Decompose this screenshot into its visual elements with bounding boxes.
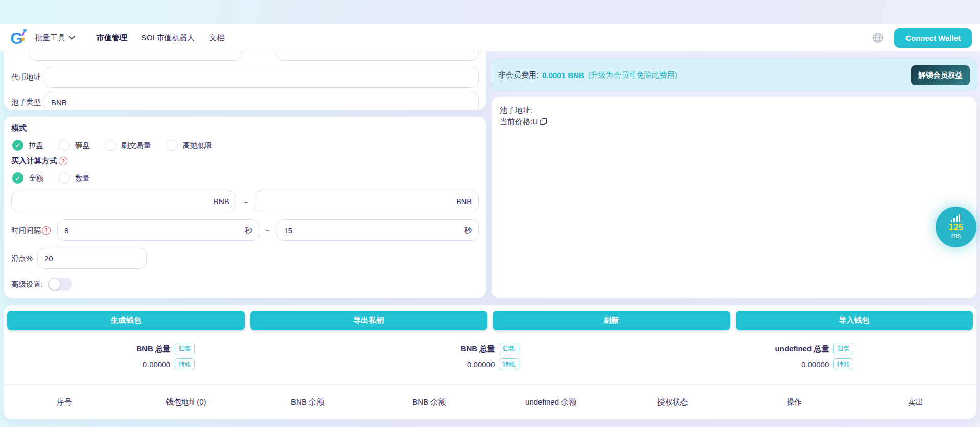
amount-min-field: BNB xyxy=(11,191,236,212)
strategy-form-card: 模式 ✓ 拉盘 砸盘 刷交易量 高抛低吸 xyxy=(4,116,486,298)
nav-links: 市值管理 SOL市值机器人 文档 xyxy=(96,33,225,43)
pool-type-input[interactable] xyxy=(44,92,479,110)
clipped-input-left[interactable] xyxy=(29,51,242,61)
checkbox-checked-icon[interactable]: ✓ xyxy=(12,172,23,184)
buy-calc-title: 买入计算方式 xyxy=(11,156,57,166)
app-logo-icon[interactable]: G xyxy=(8,28,28,47)
wallet-table-header: 序号 钱包地址(0) BNB 余额 BNB 余额 undefined 余额 授权… xyxy=(4,384,976,420)
fee-note: (升级为会员可免除此费用) xyxy=(588,70,677,80)
buy-calc-option-amount[interactable]: ✓ 金额 xyxy=(12,172,43,184)
total-group-undefined: undefined 总量 归集 0.00000 转账 xyxy=(652,343,976,370)
mode-option-label: 刷交易量 xyxy=(121,141,151,150)
checkbox-unchecked-icon[interactable] xyxy=(59,140,70,151)
checkbox-unchecked-icon[interactable] xyxy=(166,140,178,151)
fee-amount: 0.0001 BNB xyxy=(542,71,584,80)
total-group-bnb-2: BNB 总量 归集 0.00000 转账 xyxy=(328,343,652,370)
col-wallet-address: 钱包地址(0) xyxy=(125,397,247,407)
fee-banner: 非会员费用: 0.0001 BNB (升级为会员可免除此费用) 解锁会员权益 xyxy=(492,60,976,90)
token-address-input[interactable] xyxy=(44,67,479,88)
buy-calc-help-icon[interactable]: ? xyxy=(59,157,67,165)
total-label: undefined 总量 xyxy=(775,344,829,354)
pool-info-card: 池子地址: 当前价格:U xyxy=(492,97,976,298)
checkbox-unchecked-icon[interactable] xyxy=(105,140,116,151)
copy-icon[interactable] xyxy=(540,118,547,125)
unlock-membership-button[interactable]: 解锁会员权益 xyxy=(911,65,970,85)
mode-option-dump[interactable]: 砸盘 xyxy=(59,140,90,151)
export-private-key-button[interactable]: 导出私钥 xyxy=(250,311,488,330)
amount-min-unit: BNB xyxy=(214,197,229,206)
range-separator: ~ xyxy=(243,197,248,206)
interval-max-unit: 秒 xyxy=(464,225,472,235)
mode-title: 模式 xyxy=(11,123,479,133)
total-value: 0.00000 xyxy=(461,360,495,369)
collect-button[interactable]: 归集 xyxy=(833,343,853,355)
nav-item-docs[interactable]: 文档 xyxy=(209,33,225,43)
slippage-input[interactable] xyxy=(37,248,147,269)
mode-option-pump[interactable]: ✓ 拉盘 xyxy=(12,140,43,151)
pool-type-label: 池子类型 xyxy=(11,97,44,107)
interval-label: 时间间隔 xyxy=(11,225,41,235)
fee-prefix-label: 非会员费用: xyxy=(498,70,538,80)
transfer-button[interactable]: 转账 xyxy=(499,358,519,370)
mode-option-label: 高抛低吸 xyxy=(183,141,212,150)
buy-calc-option-quantity[interactable]: 数量 xyxy=(59,172,90,184)
interval-min-input[interactable] xyxy=(64,226,244,235)
transfer-button[interactable]: 转账 xyxy=(175,358,195,370)
checkbox-unchecked-icon[interactable] xyxy=(59,172,70,184)
total-group-bnb-1: BNB 总量 归集 0.00000 转账 xyxy=(4,343,328,370)
total-value: 0.00000 xyxy=(136,360,170,369)
col-bnb-balance-2: BNB 余额 xyxy=(369,397,490,407)
pool-address-line: 池子地址: xyxy=(500,104,968,116)
language-globe-icon[interactable] xyxy=(872,32,884,44)
col-approve-status: 授权状态 xyxy=(611,397,733,407)
total-label: BNB 总量 xyxy=(461,344,495,354)
interval-max-input[interactable] xyxy=(284,226,464,235)
clipped-input-right[interactable] xyxy=(276,51,479,61)
amount-max-field: BNB xyxy=(254,191,479,212)
svg-text:G: G xyxy=(10,29,23,47)
navbar: G 批量工具 市值管理 SOL市值机器人 文档 Connect Wallet xyxy=(0,24,980,51)
wallet-panel-card: 生成钱包 导出私钥 刷新 导入钱包 BNB 总量 归集 0.00000 转账 B… xyxy=(4,305,976,419)
col-index: 序号 xyxy=(4,397,125,407)
import-wallet-button[interactable]: 导入钱包 xyxy=(736,311,973,330)
col-bnb-balance-1: BNB 余额 xyxy=(247,397,369,407)
current-price-line: 当前价格:U xyxy=(500,116,538,128)
total-label: BNB 总量 xyxy=(136,344,170,354)
connect-wallet-button[interactable]: Connect Wallet xyxy=(894,28,972,48)
col-operations: 操作 xyxy=(733,397,855,407)
toggle-knob xyxy=(49,279,60,290)
generate-wallet-button[interactable]: 生成钱包 xyxy=(7,311,245,330)
nav-item-sol-bot[interactable]: SOL市值机器人 xyxy=(141,33,195,43)
refresh-button[interactable]: 刷新 xyxy=(493,311,730,330)
amount-max-unit: BNB xyxy=(456,197,472,206)
col-sell: 卖出 xyxy=(855,397,976,407)
chevron-down-icon xyxy=(69,36,75,40)
buy-calc-option-label: 数量 xyxy=(75,173,90,183)
mode-option-buy-low-sell-high[interactable]: 高抛低吸 xyxy=(166,140,212,151)
range-separator: ~ xyxy=(266,226,271,235)
amount-max-input[interactable] xyxy=(261,197,456,206)
mode-option-label: 拉盘 xyxy=(29,141,43,150)
advanced-settings-label: 高级设置: xyxy=(11,280,43,289)
ping-latency-badge[interactable]: 125 ms xyxy=(936,207,976,247)
interval-help-icon[interactable]: ? xyxy=(42,226,51,235)
mode-options-row: ✓ 拉盘 砸盘 刷交易量 高抛低吸 xyxy=(12,140,479,151)
amount-min-input[interactable] xyxy=(18,197,214,206)
batch-tools-dropdown[interactable]: 批量工具 xyxy=(35,33,75,43)
collect-button[interactable]: 归集 xyxy=(499,343,519,355)
total-value: 0.00000 xyxy=(775,360,829,369)
transfer-button[interactable]: 转账 xyxy=(833,358,853,370)
buy-calc-option-label: 金额 xyxy=(29,173,43,183)
interval-min-field: 秒 xyxy=(57,219,259,241)
slippage-label: 滑点% xyxy=(11,254,33,263)
signal-bars-icon xyxy=(951,214,961,222)
checkbox-checked-icon[interactable]: ✓ xyxy=(12,140,23,151)
nav-item-market-cap[interactable]: 市值管理 xyxy=(96,33,127,43)
collect-button[interactable]: 归集 xyxy=(175,343,195,355)
advanced-settings-toggle[interactable] xyxy=(48,278,72,291)
token-form-card: 代币地址 池子类型 xyxy=(4,51,486,110)
interval-min-unit: 秒 xyxy=(244,225,252,235)
ping-unit: ms xyxy=(951,232,961,240)
buy-calc-options-row: ✓ 金额 数量 xyxy=(12,172,479,184)
mode-option-volume[interactable]: 刷交易量 xyxy=(105,140,151,151)
